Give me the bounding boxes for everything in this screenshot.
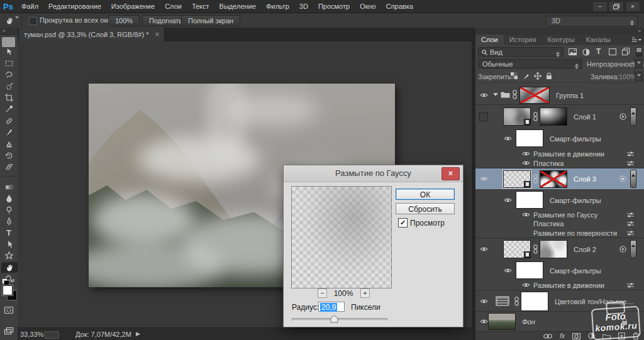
menu-edit[interactable]: Редактирование xyxy=(43,0,106,13)
filter-smart-objects-icon[interactable] xyxy=(622,48,630,55)
filter-blend-options-icon[interactable] xyxy=(626,151,635,157)
layer-style-fx-icon[interactable]: fx xyxy=(560,332,565,339)
link-layers-icon[interactable] xyxy=(543,334,552,339)
healing-brush-tool[interactable] xyxy=(0,116,18,126)
visibility-eye-icon[interactable] xyxy=(480,92,488,98)
filter-name[interactable]: Размытие в движении xyxy=(533,282,604,289)
tab-channels[interactable]: Каналы xyxy=(580,35,616,45)
visibility-checkbox-empty[interactable] xyxy=(479,112,488,121)
dodge-tool[interactable] xyxy=(0,205,18,216)
smart-filters-collapse-button[interactable] xyxy=(630,170,636,188)
layer-name[interactable]: Слой 1 xyxy=(574,113,596,121)
radius-input[interactable]: 20,9 xyxy=(318,302,345,312)
visibility-eye-icon[interactable] xyxy=(522,282,530,288)
layer3-filter-liquify[interactable]: Пластика xyxy=(475,219,644,228)
gradient-tool[interactable] xyxy=(0,182,18,192)
menu-type[interactable]: Текст xyxy=(187,0,214,13)
lock-pixels-icon[interactable] xyxy=(523,72,530,80)
quick-selection-tool[interactable] xyxy=(0,81,18,92)
status-doc-size[interactable]: Док: 7,07М/42,2М xyxy=(75,331,131,338)
smart-filters-collapse-button[interactable] xyxy=(630,107,636,126)
visibility-eye-icon[interactable] xyxy=(504,268,512,273)
actual-pixels-button[interactable]: 100% xyxy=(108,15,140,26)
blend-mode-dropdown[interactable]: Обычные xyxy=(478,59,582,69)
menu-filter[interactable]: Фильтр xyxy=(261,0,294,13)
mask-link-icon[interactable] xyxy=(512,90,518,99)
lock-transparency-icon[interactable] xyxy=(511,72,518,79)
filter-type-layers-icon[interactable]: T xyxy=(596,47,601,56)
layer2-smart-filters-row[interactable]: Смарт-фильтры xyxy=(475,260,644,280)
path-selection-tool[interactable] xyxy=(0,239,18,250)
document-tab[interactable]: туман.psd @ 33,3% (Слой 3, RGB/8#) * × xyxy=(19,28,165,41)
menu-select[interactable]: Выделение xyxy=(214,0,261,13)
layer2-thumbnail[interactable] xyxy=(503,240,531,258)
menu-3d[interactable]: 3D xyxy=(294,0,313,13)
filter-kind-dropdown[interactable]: Вид xyxy=(478,47,564,57)
dock-collapse-chevrons[interactable]: » xyxy=(475,28,644,35)
blur-preview[interactable] xyxy=(291,186,392,288)
dialog-title[interactable]: Размытие по Гауссу xyxy=(284,165,463,182)
smart-filters-collapse-button[interactable] xyxy=(630,240,636,258)
menu-file[interactable]: Файл xyxy=(16,0,43,13)
pen-tool[interactable] xyxy=(0,216,18,227)
type-tool[interactable]: T xyxy=(0,228,18,238)
preview-zoom-in-button[interactable]: + xyxy=(360,288,370,298)
visibility-eye-icon[interactable] xyxy=(480,319,488,324)
filter-adjustment-layers-icon[interactable] xyxy=(582,48,590,56)
layer3-filter-gaussian-blur[interactable]: Размытие по Гауссу xyxy=(475,210,644,219)
smart-filter-mask-thumbnail[interactable] xyxy=(516,129,543,147)
lasso-tool[interactable] xyxy=(0,69,18,80)
layer2-row[interactable]: Слой 2 xyxy=(475,238,644,260)
layer1-row[interactable]: Слой 1 xyxy=(475,106,644,128)
smart-filter-mask-thumbnail[interactable] xyxy=(516,261,543,279)
clone-stamp-tool[interactable] xyxy=(0,138,18,149)
visibility-eye-icon[interactable] xyxy=(522,212,530,217)
radius-slider-thumb[interactable] xyxy=(330,315,338,323)
filter-name[interactable]: Размытие в движении xyxy=(533,150,604,158)
status-flyout-arrow-icon[interactable]: ▶ xyxy=(136,331,140,337)
visibility-eye-icon[interactable] xyxy=(504,197,512,203)
menu-view[interactable]: Просмотр xyxy=(313,0,355,13)
minimize-button[interactable]: − xyxy=(592,1,608,12)
preview-checkbox[interactable]: ✓ xyxy=(398,218,408,228)
history-brush-tool[interactable] xyxy=(0,150,18,161)
reset-button[interactable]: Сбросить xyxy=(396,203,455,214)
visibility-eye-icon[interactable] xyxy=(522,151,530,156)
layer3-smart-filters-row[interactable]: Смарт-фильтры xyxy=(475,189,644,210)
background-thumbnail[interactable] xyxy=(488,313,516,330)
filter-shape-layers-icon[interactable] xyxy=(609,48,616,55)
smart-filter-mask-thumbnail[interactable] xyxy=(516,191,543,209)
filter-blend-options-icon[interactable] xyxy=(626,160,635,167)
custom-shape-tool[interactable] xyxy=(0,250,18,261)
quick-mask-button[interactable] xyxy=(0,305,18,315)
menu-help[interactable]: Справка xyxy=(381,0,418,13)
tool-preset-dropdown-icon[interactable] xyxy=(15,19,19,26)
layer3-mask-thumbnail[interactable] xyxy=(540,170,567,188)
layer3-filter-surface-blur[interactable]: Размытие по поверхности xyxy=(475,228,644,238)
layer-name[interactable]: Слой 3 xyxy=(574,175,596,183)
rectangular-marquee-tool[interactable] xyxy=(0,58,18,69)
smart-filters-label[interactable]: Смарт-фильтры xyxy=(550,135,601,143)
eyedropper-tool[interactable] xyxy=(0,104,18,114)
layer3-row-selected[interactable]: Слой 3 xyxy=(475,168,644,189)
blur-tool[interactable] xyxy=(0,193,18,204)
status-zoom-value[interactable]: 33,33% xyxy=(20,331,43,338)
visibility-eye-icon[interactable] xyxy=(522,160,530,166)
expand-triangle-icon[interactable] xyxy=(493,93,498,99)
add-mask-icon[interactable] xyxy=(572,333,580,339)
filter-name[interactable]: Размытие по поверхности xyxy=(533,229,617,237)
filter-name[interactable]: Пластика xyxy=(533,160,564,167)
layer2-mask-thumbnail[interactable] xyxy=(540,240,567,258)
mask-link-icon[interactable] xyxy=(533,244,538,254)
lock-position-icon[interactable] xyxy=(534,72,541,80)
restore-button[interactable] xyxy=(609,1,624,12)
layer-name[interactable]: Фон xyxy=(522,318,535,326)
visibility-eye-icon[interactable] xyxy=(480,299,488,304)
tab-history[interactable]: История xyxy=(504,35,542,45)
brush-tool[interactable] xyxy=(0,127,18,138)
crop-tool[interactable] xyxy=(0,92,18,103)
opacity-dropdown-arrow[interactable] xyxy=(635,59,643,69)
move-tool[interactable] xyxy=(0,47,18,57)
radius-slider[interactable] xyxy=(292,318,387,321)
filter-pixel-layers-icon[interactable] xyxy=(569,48,577,55)
